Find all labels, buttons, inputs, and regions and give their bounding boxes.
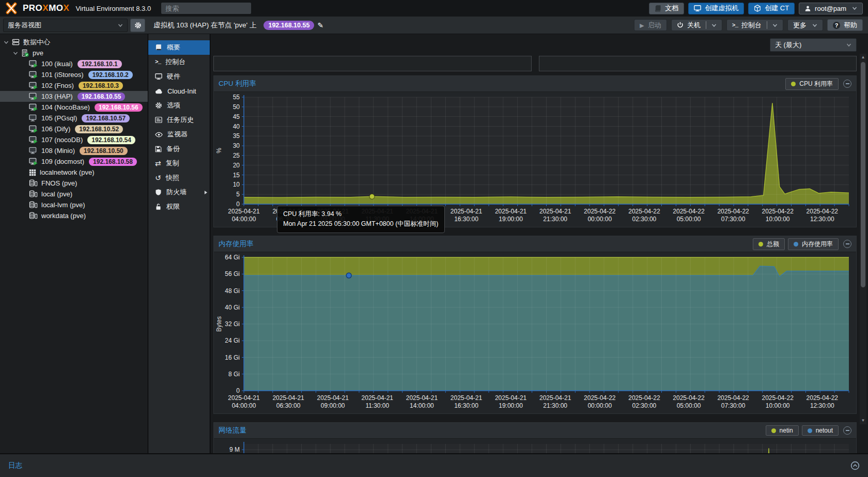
legend-dot-icon [808, 428, 812, 433]
cpu-legend: CPU 利用率 [785, 78, 839, 90]
svg-text:2025-04-22: 2025-04-22 [717, 208, 749, 215]
tree-item[interactable]: pve [0, 48, 148, 58]
shutdown-button[interactable]: 关机 [671, 19, 722, 31]
scrollbar[interactable]: ▲ ▼ [860, 54, 866, 424]
collapse-panel-icon[interactable] [843, 240, 851, 248]
firewall-icon [155, 189, 162, 196]
svg-text:8 Gi: 8 Gi [228, 371, 240, 378]
menu-item-item6[interactable]: 监视器 [148, 127, 210, 142]
start-button[interactable]: ▶ 启动 [634, 19, 667, 31]
memory-panel: 内存使用率 总额内存使用率 08 Gi16 Gi24 Gi32 Gi40 Gi4… [213, 236, 857, 414]
menu-item-Cloud-Init[interactable]: Cloud-Init [148, 84, 210, 98]
menu-item-item1[interactable]: >_控制台 [148, 55, 210, 69]
svg-text:2025-04-21: 2025-04-21 [451, 208, 483, 215]
tree-item[interactable]: FNOS (pve) [0, 178, 148, 189]
log-panel-title: 日志 [8, 461, 22, 470]
scroll-down-icon[interactable]: ▼ [860, 417, 866, 424]
tree-item[interactable]: 103 (HAP)192.168.10.55 [0, 91, 148, 102]
tree-item[interactable]: local (pve) [0, 189, 148, 199]
task-history-icon [155, 116, 162, 124]
tree-item[interactable]: localnetwork (pve) [0, 167, 148, 178]
tree-item[interactable]: 100 (ikuai)192.168.10.1 [0, 58, 148, 69]
scroll-up-icon[interactable]: ▲ [860, 54, 866, 61]
edit-pencil-icon[interactable]: ✎ [317, 21, 323, 29]
tree-item[interactable]: 106 (Dify)192.168.10.52 [0, 124, 148, 134]
menu-item-item0[interactable]: 概要 [148, 40, 210, 55]
tree-item-label: 105 (PGsql) [41, 114, 77, 122]
network-panel: 网络流量 netinnetout 9 M8 M [213, 422, 857, 453]
tree-item-label: 107 (nocoDB) [41, 136, 83, 144]
scroll-thumb[interactable] [861, 62, 865, 287]
legend-item[interactable]: CPU 利用率 [785, 78, 839, 90]
console-button[interactable]: >_ 控制台 [726, 19, 783, 31]
memory-panel-header: 内存使用率 总额内存使用率 [214, 236, 856, 252]
hardware-icon [155, 73, 162, 80]
svg-text:12:30:00: 12:30:00 [810, 402, 834, 409]
cloudinit-icon [155, 87, 163, 95]
svg-text:2025-04-22: 2025-04-22 [762, 394, 794, 402]
svg-text:45: 45 [233, 113, 240, 120]
chevron-up-circle-icon[interactable] [850, 461, 860, 470]
menu-item-item8[interactable]: ⇄复制 [148, 156, 210, 171]
menu-item-item5[interactable]: 任务历史 [148, 113, 210, 127]
notes-panel-fragment [539, 56, 857, 71]
collapse-panel-icon[interactable] [843, 80, 851, 88]
legend-item[interactable]: 内存使用率 [788, 238, 839, 250]
network-chart-area: 9 M8 M [214, 439, 856, 453]
legend-item[interactable]: netout [802, 425, 839, 436]
network-chart: 9 M8 M [214, 439, 856, 453]
tree-item[interactable]: 108 (Minio)192.168.10.50 [0, 145, 148, 156]
create-ct-button[interactable]: 创建 CT [748, 3, 795, 14]
ip-badge: 192.168.10.52 [75, 125, 123, 133]
menu-item-item11[interactable]: 权限 [148, 199, 210, 214]
tree-item[interactable]: 107 (nocoDB)192.168.10.54 [0, 134, 148, 145]
brand-wordmark: PROXMOX [23, 3, 69, 13]
chevron-down-icon [772, 23, 778, 28]
svg-text:0: 0 [236, 387, 240, 394]
svg-text:2025-04-21: 2025-04-21 [495, 394, 527, 402]
svg-text:20: 20 [233, 162, 240, 169]
legend-item[interactable]: 总额 [753, 238, 785, 250]
svg-text:9 M: 9 M [229, 446, 240, 453]
tree-settings-button[interactable] [130, 19, 145, 32]
tree-item[interactable]: 104 (NocoBase)192.168.10.56 [0, 102, 148, 113]
legend-item[interactable]: netin [766, 425, 799, 436]
svg-text:2025-04-21: 2025-04-21 [495, 208, 527, 215]
svg-text:2025-04-22: 2025-04-22 [673, 208, 705, 215]
tree-item[interactable]: 105 (PGsql)192.168.10.57 [0, 113, 148, 124]
create-vm-button[interactable]: 创建虚拟机 [688, 3, 744, 14]
menu-item-item10[interactable]: 防火墙 [148, 185, 210, 199]
svg-text:5: 5 [236, 191, 240, 198]
collapse-panel-icon[interactable] [843, 426, 851, 435]
tree-item[interactable]: 数据中心 [0, 37, 148, 48]
tree-expander-icon[interactable] [12, 51, 19, 56]
timerange-select[interactable]: 天 (最大) [770, 38, 857, 52]
user-menu-button[interactable]: root@pam [799, 3, 863, 14]
tree-item[interactable]: 102 (Fnos)192.168.10.3 [0, 80, 148, 91]
tree-item[interactable]: local-lvm (pve) [0, 199, 148, 210]
tree-item[interactable]: workdata (pve) [0, 210, 148, 221]
tree-item[interactable]: 101 (iStoreos)192.168.10.2 [0, 69, 148, 80]
view-mode-select[interactable]: 服务器视图 [3, 19, 128, 32]
tree-expander-icon[interactable] [3, 40, 9, 45]
menu-item-item4[interactable]: 选项 [148, 98, 210, 113]
log-panel-header[interactable]: 日志 [0, 453, 868, 477]
legend-dot-icon [794, 242, 798, 247]
menu-item-item2[interactable]: 硬件 [148, 69, 210, 84]
ip-badge: 192.168.10.3 [79, 82, 123, 90]
search-input[interactable] [161, 3, 251, 14]
help-button[interactable]: ? 帮助 [827, 19, 863, 31]
tree-item-label: 106 (Dify) [41, 125, 70, 133]
network-panel-title: 网络流量 [219, 426, 246, 435]
legend-dot-icon [758, 242, 763, 247]
svg-text:30: 30 [233, 142, 240, 149]
menu-item-item7[interactable]: 备份 [148, 142, 210, 156]
menu-item-item9[interactable]: ↺快照 [148, 171, 210, 185]
tree-item-label: pve [33, 49, 43, 57]
more-button[interactable]: 更多 [787, 19, 823, 31]
docs-button[interactable]: 文档 [649, 3, 684, 14]
svg-text:16:30:00: 16:30:00 [454, 216, 478, 223]
svg-text:09:00:00: 09:00:00 [321, 402, 345, 409]
tree-item[interactable]: 109 (docmost)192.168.10.58 [0, 156, 148, 167]
chart-tooltip: CPU 利用率: 3.94 % Mon Apr 21 2025 05:30:00… [277, 206, 445, 233]
